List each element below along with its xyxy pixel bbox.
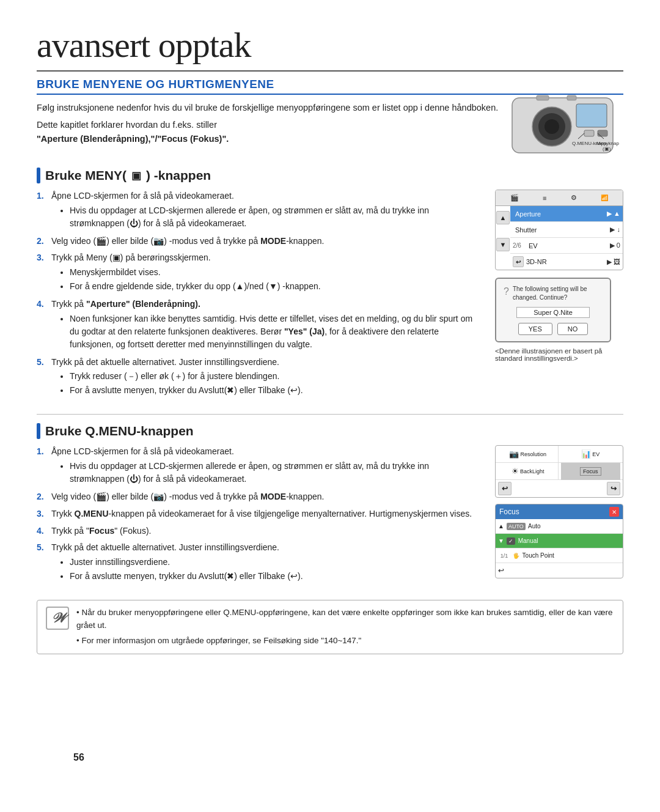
menu-row-3dnr: ↩ 3D-NR ▶ 🖼 xyxy=(510,254,623,270)
dialog-value: Super Q.Nite xyxy=(516,307,590,318)
note-icon: 𝒲 xyxy=(46,607,69,630)
blue-bar-1 xyxy=(37,168,40,183)
step-4: 4. Trykk på "Aperture" (Blenderåpning). … xyxy=(37,298,483,352)
camera-diagram: Q.MENU-knapp Menyknappen (▣) xyxy=(506,95,619,159)
subsection2-title: Bruke Q.MENU-knappen xyxy=(37,423,623,439)
focus-panel: Focus ✕ ▲ AUTO Auto ▼ xyxy=(495,504,623,578)
svg-rect-7 xyxy=(537,95,549,100)
svg-rect-4 xyxy=(576,104,607,127)
page-title: avansert opptak xyxy=(37,24,623,72)
subsection1-title: Bruke MENY(▣) -knappen xyxy=(37,168,623,183)
intro-bold: "Aperture (Blenderåpning),"/"Focus (Foku… xyxy=(37,134,229,144)
dialog-box: ? The following setting will be changed.… xyxy=(495,278,611,342)
yes-button[interactable]: YES xyxy=(518,323,552,335)
dialog-caption: <Denne illustrasjonen er basert på stand… xyxy=(495,347,623,362)
no-button[interactable]: NO xyxy=(557,323,588,335)
q-step-4: 4. Trykk på "Focus" (Fokus). xyxy=(37,525,483,538)
qmenu-panel: 📷 Resolution 📊 EV ☀ BackLight xyxy=(495,445,623,498)
svg-rect-8 xyxy=(567,95,576,100)
intro-text-2: Dette kapitlet forklarer hvordan du f.ek… xyxy=(37,118,501,146)
menu-row-ev: 2/6 EV ▶ 0 xyxy=(510,238,623,254)
step-5: 5. Trykk på det aktuelle alternativet. J… xyxy=(37,356,483,399)
svg-rect-5 xyxy=(598,130,607,136)
note-box: 𝒲 • Når du bruker menyoppføringene eller… xyxy=(37,600,623,654)
q-step-1: 1. Åpne LCD-skjermen for å slå på videok… xyxy=(37,445,483,487)
svg-text:(▣): (▣) xyxy=(603,146,611,152)
step-1: 1. Åpne LCD-skjermen for å slå på videok… xyxy=(37,190,483,231)
menu-row-shutter: Shutter ▶ ↓ xyxy=(510,222,623,238)
q-step-3: 3. Trykk Q.MENU-knappen på videokameraet… xyxy=(37,508,483,521)
focus-close-btn[interactable]: ✕ xyxy=(609,507,619,517)
blue-bar-2 xyxy=(37,423,40,439)
page-number: 56 xyxy=(73,752,84,763)
q-step-5: 5. Trykk på det aktuelle alternativet. J… xyxy=(37,541,483,584)
svg-rect-6 xyxy=(584,130,594,136)
section-header: BRUKE MENYENE OG HURTIGMENYENE xyxy=(37,78,623,95)
intro-text-1: Følg instruksjonene nedenfor hvis du vil… xyxy=(37,101,501,114)
step-3: 3. Trykk på Meny (▣) på berøringsskjerme… xyxy=(37,251,483,294)
q-step-2: 2. Velg video (🎬) eller bilde (📷) -modus… xyxy=(37,490,483,504)
menu-panel: 🎬 ≡ ⚙ 📶 ▲ ▼ Aperture xyxy=(495,190,623,270)
svg-text:Menyknappen: Menyknappen xyxy=(596,141,619,146)
svg-point-3 xyxy=(544,119,559,134)
menu-row-aperture: Aperture ▶ ▲ xyxy=(510,206,623,222)
step-2: 2. Velg video (🎬) eller bilde (📷) -modus… xyxy=(37,235,483,248)
